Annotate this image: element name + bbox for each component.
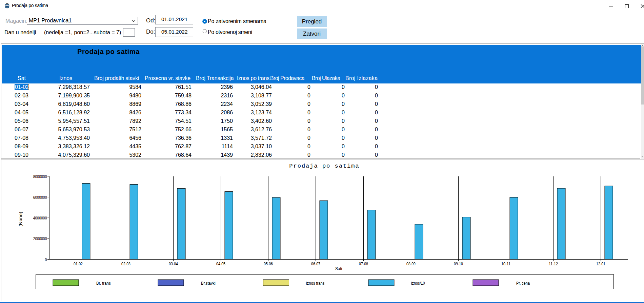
svg-text:0: 0 <box>45 258 47 262</box>
svg-text:07-08: 07-08 <box>359 262 368 266</box>
svg-text:02-03: 02-03 <box>121 262 130 266</box>
svg-text:(None): (None) <box>18 212 23 227</box>
svg-text:Br. trans: Br. trans <box>96 281 111 286</box>
svg-text:Iznos/10: Iznos/10 <box>411 281 425 286</box>
svg-text:10-11: 10-11 <box>501 262 510 266</box>
svg-text:12-01: 12-01 <box>596 262 605 266</box>
svg-text:08-09: 08-09 <box>406 262 416 266</box>
svg-text:09-10: 09-10 <box>454 262 463 266</box>
svg-text:Sati: Sati <box>335 266 342 271</box>
svg-text:Pr. cena: Pr. cena <box>516 281 530 286</box>
svg-text:8000000: 8000000 <box>33 174 47 179</box>
svg-text:11-12: 11-12 <box>549 262 558 266</box>
svg-text:Prodaja po satima: Prodaja po satima <box>289 163 359 169</box>
svg-text:06-07: 06-07 <box>311 262 320 266</box>
svg-text:03-04: 03-04 <box>169 262 178 266</box>
svg-text:05-06: 05-06 <box>264 262 273 266</box>
svg-text:04-05: 04-05 <box>216 262 225 266</box>
svg-text:Iznos trans: Iznos trans <box>306 281 325 286</box>
svg-text:2000000: 2000000 <box>33 236 47 241</box>
svg-text:4000000: 4000000 <box>33 216 47 221</box>
svg-text:01-02: 01-02 <box>74 262 83 266</box>
svg-text:Br.stavki: Br.stavki <box>201 281 216 286</box>
svg-text:6000000: 6000000 <box>33 195 47 200</box>
